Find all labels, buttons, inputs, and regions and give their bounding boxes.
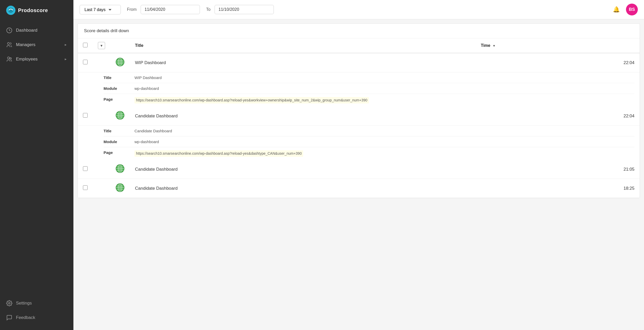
sidebar-item-managers[interactable]: Managers ► xyxy=(0,38,73,52)
row2-globe-icon xyxy=(115,111,125,120)
settings-label: Settings xyxy=(16,301,67,306)
row2-detail-section: Title Candidate Dashboard Module wp-dash… xyxy=(78,126,640,160)
topbar: Last 7 days Last 30 days Last 90 days Cu… xyxy=(73,0,644,19)
row4-time: 18:25 xyxy=(476,179,640,198)
employees-icon xyxy=(6,56,12,62)
main-content: Last 7 days Last 30 days Last 90 days Cu… xyxy=(73,0,644,330)
row1-time: 22:04 xyxy=(476,53,640,72)
row1-detail-inner: Title WIP Dashboard Module wp-dashboard … xyxy=(78,72,640,107)
row1-checkbox[interactable] xyxy=(83,60,88,64)
detail-label2-title: Title xyxy=(104,129,134,133)
row1-title: WIP Dashboard xyxy=(130,53,476,72)
sidebar-item-employees[interactable]: Employees ► xyxy=(0,52,73,66)
notification-icon[interactable]: 🔔 xyxy=(613,6,620,13)
managers-chevron-icon: ► xyxy=(64,43,67,47)
detail-value-title: WIP Dashboard xyxy=(134,75,162,80)
row2-checkbox-cell xyxy=(78,107,93,126)
dashboard-icon xyxy=(6,27,12,33)
table-header: ▼ Title Time ▼ xyxy=(78,38,640,53)
row1-checkbox-cell xyxy=(78,53,93,72)
to-label: To xyxy=(206,7,210,12)
col-header-expand: ▼ xyxy=(93,38,110,53)
row4-checkbox[interactable] xyxy=(83,185,88,190)
row1-detail-cell: Title WIP Dashboard Module wp-dashboard … xyxy=(78,72,640,107)
detail-label2-page: Page xyxy=(104,150,134,155)
sidebar-item-settings[interactable]: Settings xyxy=(0,296,73,310)
sidebar-item-dashboard[interactable]: Dashboard xyxy=(0,23,73,38)
detail-label-title: Title xyxy=(104,75,134,80)
prodoscore-logo-icon xyxy=(6,6,15,15)
col-header-checkbox xyxy=(78,38,93,53)
detail-value-module: wp-dashboard xyxy=(134,86,159,91)
row4-title: Candidate Dashboard xyxy=(130,179,476,198)
row4-checkbox-cell xyxy=(78,179,93,198)
table-row: WIP Dashboard 22:04 xyxy=(78,53,640,72)
dashboard-label: Dashboard xyxy=(16,28,67,33)
row3-icon-cell xyxy=(110,160,130,179)
detail-row-page: Page https://search10.smarsearchonline.c… xyxy=(104,94,634,107)
detail-value2-module: wp-dashboard xyxy=(134,140,159,144)
detail-row2-title: Title Candidate Dashboard xyxy=(104,126,634,136)
table-row: Candidate Dashboard 18:25 xyxy=(78,179,640,198)
detail-row-title: Title WIP Dashboard xyxy=(104,72,634,83)
row1-expand-cell xyxy=(93,53,110,72)
detail-row2-page: Page https://search10.smarsearchonline.c… xyxy=(104,147,634,160)
row3-expand-cell xyxy=(93,160,110,179)
svg-point-4 xyxy=(7,57,10,59)
row4-globe-icon xyxy=(115,183,125,192)
select-all-checkbox[interactable] xyxy=(83,43,88,47)
from-label: From xyxy=(127,7,137,12)
row1-icon-cell xyxy=(110,53,130,72)
row2-detail-cell: Title Candidate Dashboard Module wp-dash… xyxy=(78,126,640,160)
score-panel: Score details drill down ▼ Title xyxy=(78,23,640,198)
row2-checkbox[interactable] xyxy=(83,113,88,118)
svg-point-6 xyxy=(9,302,10,304)
sidebar-item-feedback[interactable]: Feedback xyxy=(0,310,73,325)
date-range-dropdown[interactable]: Last 7 days Last 30 days Last 90 days Cu… xyxy=(83,7,112,12)
detail-value-page: https://search10.smarsearchonline.com/wp… xyxy=(134,97,369,103)
col-header-icon xyxy=(110,38,130,53)
row2-expand-cell xyxy=(93,107,110,126)
employees-label: Employees xyxy=(16,57,61,62)
detail-row-module: Module wp-dashboard xyxy=(104,83,634,94)
sidebar-bottom: Settings Feedback xyxy=(0,296,73,330)
detail-label-page: Page xyxy=(104,97,134,101)
time-sort-icon: ▼ xyxy=(493,44,496,48)
row1-detail-section: Title WIP Dashboard Module wp-dashboard … xyxy=(78,72,640,107)
feedback-icon xyxy=(6,315,12,321)
row3-checkbox[interactable] xyxy=(83,166,88,171)
svg-point-3 xyxy=(7,42,10,45)
row2-title: Candidate Dashboard xyxy=(130,107,476,126)
managers-label: Managers xyxy=(16,42,61,47)
detail-label2-module: Module xyxy=(104,140,134,144)
content-area: Score details drill down ▼ Title xyxy=(73,19,644,330)
row3-time: 21:05 xyxy=(476,160,640,179)
expand-all-btn[interactable]: ▼ xyxy=(98,42,105,49)
main-nav: Dashboard Managers ► Employees ► xyxy=(0,21,73,296)
row4-icon-cell xyxy=(110,179,130,198)
table-row: Candidate Dashboard 21:05 xyxy=(78,160,640,179)
from-date-input[interactable] xyxy=(141,5,200,14)
feedback-label: Feedback xyxy=(16,315,67,320)
score-table: ▼ Title Time ▼ xyxy=(78,38,640,198)
svg-point-5 xyxy=(10,58,11,59)
managers-icon xyxy=(6,42,12,48)
settings-icon xyxy=(6,300,12,306)
detail-row2-module: Module wp-dashboard xyxy=(104,136,634,147)
date-range-selector[interactable]: Last 7 days Last 30 days Last 90 days Cu… xyxy=(80,5,121,14)
row3-checkbox-cell xyxy=(78,160,93,179)
user-avatar[interactable]: BS xyxy=(626,4,638,15)
detail-label-module: Module xyxy=(104,86,134,91)
to-date-input[interactable] xyxy=(215,5,274,14)
detail-value2-title: Candidate Dashboard xyxy=(134,129,172,133)
row2-icon-cell xyxy=(110,107,130,126)
col-header-time: Time ▼ xyxy=(476,38,640,53)
row1-globe-icon xyxy=(115,57,125,67)
row2-detail-inner: Title Candidate Dashboard Module wp-dash… xyxy=(78,126,640,160)
detail-value2-page: https://search10.smarsearchonline.com/wp… xyxy=(134,150,303,157)
row3-globe-icon xyxy=(115,164,125,173)
sidebar: Prodoscore Dashboard Managers ► xyxy=(0,0,73,330)
col-header-title: Title xyxy=(130,38,476,53)
logo-text: Prodoscore xyxy=(18,7,48,13)
employees-chevron-icon: ► xyxy=(64,57,67,61)
